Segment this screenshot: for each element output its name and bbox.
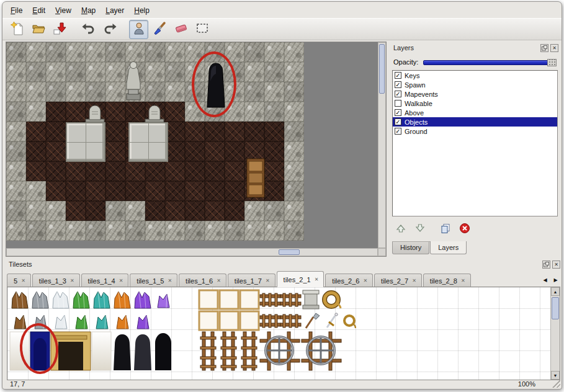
tileset-tab-tiles_1_5[interactable]: tiles_1_5✕: [130, 274, 177, 287]
new-file-icon: [10, 21, 25, 38]
close-panel-icon[interactable]: ✕: [550, 44, 558, 52]
brush-tool-button[interactable]: [150, 20, 169, 39]
layer-buttons: [393, 221, 472, 237]
menu-item-view[interactable]: View: [51, 4, 76, 17]
tab-close-icon[interactable]: ✕: [363, 278, 367, 283]
player-tool-button[interactable]: [129, 20, 148, 39]
tab-close-icon[interactable]: ✕: [217, 278, 221, 283]
tileset-canvas[interactable]: ▲ ▼: [7, 287, 560, 380]
tileset-tab-tiles_2_8[interactable]: tiles_2_8✕: [423, 274, 471, 287]
red-save-arrow-icon: [52, 21, 67, 38]
dashed-selection-icon: [195, 21, 210, 38]
menu-item-layer[interactable]: Layer: [101, 4, 128, 17]
menu-item-map[interactable]: Map: [77, 4, 100, 17]
eraser-icon: [174, 21, 189, 38]
open-button[interactable]: [29, 20, 48, 39]
opacity-slider-fill: [423, 60, 552, 65]
map-horizontal-scrollbar[interactable]: [6, 248, 378, 256]
opacity-row: Opacity:: [393, 58, 557, 66]
scroll-tabs-left-arrow[interactable]: ◀: [540, 274, 550, 285]
tileset-tab-tiles_1_6[interactable]: tiles_1_6✕: [179, 274, 226, 287]
tab-layers[interactable]: Layers: [430, 241, 467, 254]
tilesets-panel-title: Tilesets: [9, 261, 32, 268]
layer-label: Walkable: [405, 100, 432, 107]
map-horizontal-scrollbar-thumb[interactable]: [279, 249, 300, 255]
arrow-up-icon: [395, 223, 406, 236]
layer-row-walkable[interactable]: Walkable: [393, 99, 557, 108]
lower-layer-button[interactable]: [413, 222, 427, 236]
redo-button[interactable]: [100, 20, 119, 39]
menu-item-edit[interactable]: Edit: [28, 4, 50, 17]
tab-close-icon[interactable]: ✕: [461, 278, 465, 283]
eraser-tool-button[interactable]: [171, 20, 190, 39]
menu-item-help[interactable]: Help: [130, 4, 154, 17]
float-panel-icon[interactable]: [542, 261, 550, 269]
tileset-tab-tiles_1_3[interactable]: tiles_1_3✕: [32, 274, 80, 287]
menu-bar: FileEditViewMapLayerHelp: [2, 3, 562, 18]
tileset-tab-tiles_1_4[interactable]: tiles_1_4✕: [81, 274, 129, 287]
tab-close-icon[interactable]: ✕: [21, 278, 25, 283]
checked-checkbox-icon[interactable]: ✓: [395, 118, 401, 125]
new-button[interactable]: [7, 20, 27, 39]
tileset-tab-label: tiles_1_5: [137, 277, 164, 285]
tileset-tab-tiles_2_1[interactable]: tiles_2_1✕: [277, 271, 325, 287]
tileset-vertical-scrollbar[interactable]: ▲ ▼: [550, 287, 560, 380]
menu-item-file[interactable]: File: [6, 4, 27, 17]
undo-button[interactable]: [79, 20, 98, 39]
checked-checkbox-icon[interactable]: ✓: [395, 91, 401, 97]
tileset-tab-tiles_2_7[interactable]: tiles_2_7✕: [374, 274, 422, 287]
close-panel-icon[interactable]: ✕: [552, 261, 560, 269]
app-window: FileEditViewMapLayerHelp: [2, 1, 562, 390]
select-tool-button[interactable]: [192, 20, 212, 39]
checked-checkbox-icon[interactable]: ✓: [395, 109, 401, 116]
opacity-label: Opacity:: [393, 58, 418, 66]
tab-close-icon[interactable]: ✕: [70, 278, 74, 283]
map-canvas[interactable]: [6, 42, 304, 241]
layer-row-spawn[interactable]: ✓Spawn: [393, 80, 557, 89]
unchecked-checkbox-icon[interactable]: [395, 100, 401, 107]
opacity-slider-handle[interactable]: [547, 59, 557, 66]
tileset-tab-tiles_1_7[interactable]: tiles_1_7✕: [228, 274, 275, 287]
tileset-tab-tiles_2_6[interactable]: tiles_2_6✕: [325, 274, 373, 287]
tab-history[interactable]: History: [392, 242, 429, 254]
raise-layer-button[interactable]: [393, 222, 408, 236]
checked-checkbox-icon[interactable]: ✓: [395, 72, 401, 79]
open-folder-icon: [31, 21, 46, 38]
layer-row-ground[interactable]: ✓Ground: [393, 127, 557, 136]
tab-close-icon[interactable]: ✕: [412, 278, 416, 283]
save-button[interactable]: [50, 20, 69, 39]
layer-row-above[interactable]: ✓Above: [393, 108, 557, 117]
red-cross-circle-icon: [459, 223, 470, 236]
checked-checkbox-icon[interactable]: ✓: [395, 128, 401, 135]
tileset-tiles: [9, 288, 356, 375]
scroll-down-arrow[interactable]: ▼: [551, 371, 560, 380]
tileset-scrollbar-thumb[interactable]: [552, 297, 559, 319]
tab-close-icon[interactable]: ✕: [168, 278, 172, 283]
tilesets-panel: Tilesets ✕ 5✕tiles_1_3✕tiles_1_4✕tiles_1…: [6, 258, 562, 380]
layer-label: Mapevents: [405, 91, 438, 98]
checked-checkbox-icon[interactable]: ✓: [395, 81, 401, 88]
map-viewport: [6, 42, 387, 257]
dark-robed-figure-sprite: [206, 62, 226, 113]
scrollbar-corner: [378, 248, 386, 256]
delete-layer-button[interactable]: [457, 222, 472, 236]
tab-close-icon[interactable]: ✕: [119, 278, 123, 283]
layer-row-mapevents[interactable]: ✓Mapevents: [393, 89, 557, 99]
tileset-tab-label: tiles_1_4: [88, 277, 115, 285]
tab-close-icon[interactable]: ✕: [266, 278, 270, 283]
tab-close-icon[interactable]: ✕: [315, 277, 319, 282]
scroll-tabs-right-arrow[interactable]: ▶: [551, 274, 560, 285]
wooden-cabinet-sprite: [246, 158, 265, 200]
layer-row-keys[interactable]: ✓Keys: [393, 71, 557, 80]
map-vertical-scrollbar-thumb[interactable]: [379, 44, 385, 94]
duplicate-layer-button[interactable]: [438, 222, 453, 236]
layer-row-objects[interactable]: ✓Objects: [393, 117, 557, 127]
float-panel-icon[interactable]: [540, 44, 548, 52]
stone-platform: [128, 122, 168, 162]
tileset-tab-5[interactable]: 5✕: [7, 274, 31, 287]
scroll-up-arrow[interactable]: ▲: [551, 287, 560, 296]
map-vertical-scrollbar[interactable]: [378, 42, 386, 248]
opacity-slider[interactable]: [423, 58, 557, 66]
statue-sprite: [125, 60, 142, 104]
layers-panel-header: Layers ✕: [393, 43, 558, 53]
